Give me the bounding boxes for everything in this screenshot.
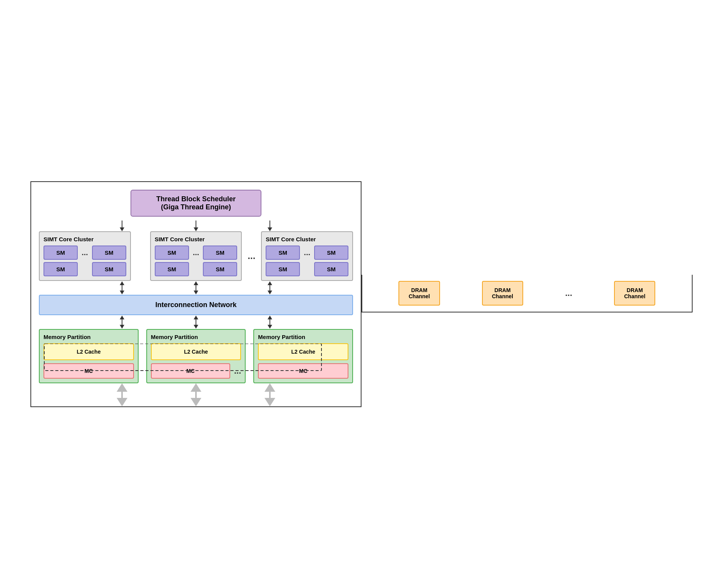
dram-channel-2: DRAMChannel [482, 281, 523, 306]
sm-2-1: SM [155, 246, 189, 260]
sm-1-1: SM [44, 246, 78, 260]
tbs-arrow-3 [268, 220, 272, 231]
sm-dots-1: ... [80, 248, 90, 257]
l2-cache-1: L2 Cache [44, 343, 134, 360]
tbs-title-line2: (Giga Thread Engine) [161, 203, 231, 211]
double-arrow-1 [120, 281, 124, 294]
interconnect-row: Interconnection Network [39, 295, 353, 315]
cluster-1-title: SIMT Core Cluster [44, 236, 126, 242]
l2-cache-3: L2 Cache [258, 343, 348, 360]
clusters-row: SIMT Core Cluster SM ... SM SM SM SIMT C… [39, 231, 353, 281]
dram-channel-3: DRAMChannel [614, 281, 655, 306]
sm-2-2: SM [203, 246, 237, 260]
memory-partition-3: Memory Partition L2 Cache MC [253, 329, 353, 383]
cluster-dots-2: ... [242, 231, 261, 281]
simt-cluster-1: SIMT Core Cluster SM ... SM SM SM [39, 231, 131, 281]
cluster-2-title: SIMT Core Cluster [155, 236, 238, 242]
tbs-arrow-2 [194, 220, 198, 231]
tbs-row: Thread Block Scheduler (Giga Thread Engi… [39, 190, 353, 217]
mem-dots: ... [234, 366, 241, 376]
double-arrow-3 [268, 281, 272, 294]
cluster-3-title: SIMT Core Cluster [266, 236, 348, 242]
interconnect-box: Interconnection Network [39, 295, 353, 315]
sm-2-3: SM [155, 262, 189, 276]
double-arrow-2 [194, 281, 198, 294]
double-arrow-6 [268, 316, 272, 329]
tbs-title-line1: Thread Block Scheduler [156, 195, 236, 203]
big-arrow-2 [191, 383, 201, 406]
memory-partition-2: Memory Partition L2 Cache MC ... [146, 329, 246, 383]
sm-1-2: SM [92, 246, 126, 260]
dram-label-1: DRAMChannel [408, 287, 430, 299]
sm-1-3: SM [44, 262, 78, 276]
big-arrow-1 [117, 383, 127, 406]
dram-dots: ... [565, 288, 572, 298]
sm-dots-2: ... [191, 248, 201, 257]
mem-title-2: Memory Partition [151, 334, 241, 340]
mc-box-3: MC [258, 363, 348, 379]
memory-section: Memory Partition L2 Cache MC Memory Part… [39, 329, 353, 383]
mem-title-3: Memory Partition [258, 334, 348, 340]
sm-3-2: SM [314, 246, 348, 260]
sm-2-4: SM [203, 262, 237, 276]
tbs-box: Thread Block Scheduler (Giga Thread Engi… [131, 190, 261, 217]
memory-partition-1: Memory Partition L2 Cache MC [39, 329, 139, 383]
full-diagram: Thread Block Scheduler (Giga Thread Engi… [30, 181, 362, 407]
sm-1-4: SM [92, 262, 126, 276]
sm-3-4: SM [314, 262, 348, 276]
sm-3-1: SM [266, 246, 300, 260]
dram-label-2: DRAMChannel [492, 287, 513, 299]
double-arrow-5 [194, 316, 198, 329]
sm-3-3: SM [266, 262, 300, 276]
sm-dots-3: ... [302, 248, 312, 257]
big-arrow-3 [264, 383, 275, 406]
dram-label-3: DRAMChannel [624, 287, 645, 299]
dram-channel-1: DRAMChannel [398, 281, 440, 306]
l2-cache-2: L2 Cache [151, 343, 241, 360]
simt-cluster-2: SIMT Core Cluster SM ... SM SM SM [150, 231, 242, 281]
cluster-dots-1 [131, 231, 150, 281]
double-arrow-4 [120, 316, 124, 329]
mc-box-1: MC [44, 363, 134, 379]
tbs-arrow-1 [120, 220, 124, 231]
mc-box-2: MC [151, 363, 230, 379]
mem-title-1: Memory Partition [44, 334, 134, 340]
simt-cluster-3: SIMT Core Cluster SM ... SM SM SM [261, 231, 353, 281]
